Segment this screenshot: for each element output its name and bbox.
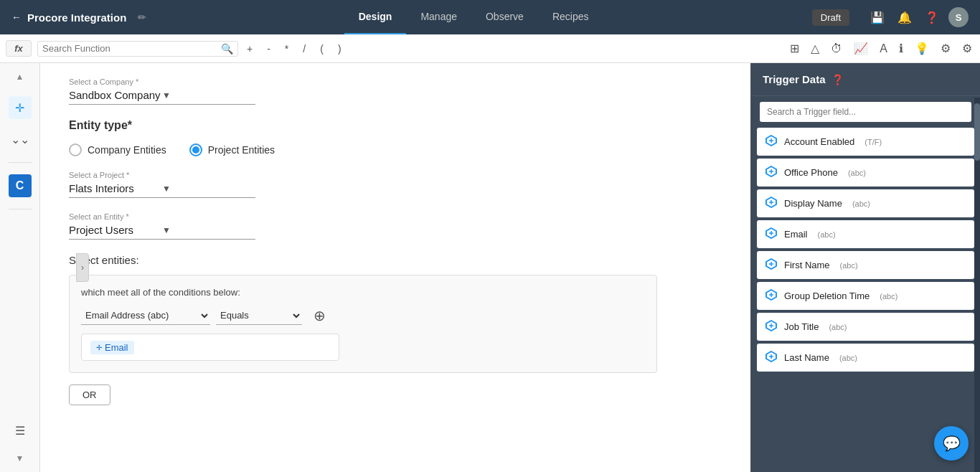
sidebar-icon-crosshair[interactable]: ✛ [9, 96, 32, 119]
trigger-item-name: Job Title [784, 321, 819, 332]
trigger-item-name: Email [784, 229, 808, 240]
filter-row: Email Address (abc) Equals ⊕ [81, 306, 645, 325]
trigger-item[interactable]: Email (abc) [757, 220, 974, 248]
help-button[interactable]: ❓ [921, 6, 943, 28]
or-button[interactable]: OR [69, 384, 110, 405]
tab-observe[interactable]: Observe [471, 0, 538, 34]
entity-chevron-icon: ▼ [162, 225, 255, 235]
main-layout: ▲ ✛ ⌄⌄ C ☰ ▼ › Select a Company * Sandbo… [0, 63, 980, 472]
project-label: Select a Project * [69, 171, 722, 179]
user-avatar[interactable]: S [948, 7, 969, 27]
op-open-paren[interactable]: ( [317, 42, 326, 56]
notifications-button[interactable]: 🔔 [894, 6, 915, 28]
company-dropdown[interactable]: Sandbox Company ▼ [69, 89, 255, 105]
edit-title-icon[interactable]: ✏ [138, 11, 146, 23]
line-chart-icon[interactable]: 📈 [852, 39, 870, 57]
trigger-item-type: (abc) [840, 261, 858, 270]
tab-manage[interactable]: Manage [406, 0, 471, 34]
fx-label: fx [6, 40, 32, 57]
trigger-item-name: Account Enabled [784, 136, 854, 147]
chart-icon[interactable]: △ [809, 39, 821, 57]
email-chip-area[interactable]: ✛ Email [81, 334, 339, 361]
project-value: Flats Interiors [69, 182, 162, 194]
trigger-item-type: (abc) [880, 292, 897, 301]
code-icon[interactable]: ⚙ [938, 39, 953, 57]
op-plus[interactable]: + [244, 42, 255, 56]
trigger-item[interactable]: Group Deletion Time (abc) [757, 282, 974, 310]
company-label: Select a Company * [69, 77, 722, 86]
sidebar-separator-2 [9, 209, 32, 209]
trigger-item-type: (abc) [848, 169, 866, 177]
back-button[interactable]: ← [11, 11, 22, 23]
trigger-item[interactable]: First Name (abc) [757, 251, 974, 279]
project-entities-radio-circle [189, 143, 202, 156]
trigger-item-icon [765, 289, 777, 303]
trigger-item-type: (abc) [818, 230, 836, 239]
company-entities-label: Company Entities [88, 144, 166, 156]
settings-icon[interactable]: ⚙ [960, 39, 974, 57]
chip-cross-icon: ✛ [96, 344, 102, 351]
chat-button[interactable]: 💬 [934, 426, 969, 461]
op-multiply[interactable]: * [282, 42, 291, 56]
trigger-search-wrap [760, 102, 971, 122]
search-function-input[interactable] [42, 43, 221, 54]
grid-icon[interactable]: ⊞ [788, 39, 801, 57]
company-value: Sandbox Company [69, 89, 162, 101]
project-dropdown[interactable]: Flats Interiors ▼ [69, 182, 255, 198]
search-icon: 🔍 [221, 43, 233, 55]
trigger-item[interactable]: Office Phone (abc) [757, 159, 974, 187]
op-divide[interactable]: / [300, 42, 308, 56]
filter-field-select[interactable]: Email Address (abc) [81, 306, 210, 325]
toolbar-icons: ⊞ △ ⏱ 📈 A ℹ 💡 ⚙ ⚙ [788, 39, 974, 57]
op-close-paren[interactable]: ) [335, 42, 344, 56]
company-entities-radio-circle [69, 143, 82, 156]
trigger-panel-help-icon[interactable]: ❓ [831, 74, 844, 85]
collapse-panel-button[interactable]: › [76, 253, 89, 282]
project-entities-radio[interactable]: Project Entities [189, 143, 275, 156]
entity-type-group: Entity type* Company Entities Project En… [69, 119, 722, 156]
scrollbar-thumb[interactable] [974, 103, 980, 161]
trigger-search-input[interactable] [760, 102, 971, 122]
trigger-item-type: (abc) [839, 354, 857, 362]
add-condition-button[interactable]: ⊕ [314, 307, 326, 324]
sidebar-icon-list[interactable]: ☰ [9, 419, 32, 442]
tab-recipes[interactable]: Recipes [538, 0, 603, 34]
tab-design[interactable]: Design [344, 0, 407, 34]
trigger-item[interactable]: Display Name (abc) [757, 189, 974, 217]
sidebar-icon-chevron[interactable]: ⌄⌄ [9, 128, 32, 151]
bulb-icon[interactable]: 💡 [913, 39, 931, 57]
trigger-item-icon [765, 351, 777, 364]
company-entities-radio[interactable]: Company Entities [69, 143, 166, 156]
email-chip-label: Email [105, 342, 128, 353]
text-icon[interactable]: A [877, 40, 890, 57]
trigger-item-icon [765, 166, 777, 179]
trigger-item-type: (T/F) [864, 138, 882, 146]
scroll-up-arrow[interactable]: ▲ [13, 69, 27, 85]
filter-operator-select[interactable]: Equals [216, 306, 302, 325]
formula-operators: + - * / ( ) [244, 42, 344, 56]
info-icon[interactable]: ℹ [897, 39, 905, 57]
clock-icon[interactable]: ⏱ [829, 40, 844, 57]
trigger-item-name: Last Name [784, 352, 829, 363]
op-minus[interactable]: - [264, 42, 273, 56]
trigger-item-name: Office Phone [784, 167, 838, 178]
scroll-down-arrow[interactable]: ▼ [13, 450, 27, 466]
company-chevron-icon: ▼ [162, 90, 255, 100]
trigger-item[interactable]: Job Title (abc) [757, 313, 974, 341]
sidebar-icon-c[interactable]: C [9, 174, 32, 197]
left-sidebar: ▲ ✛ ⌄⌄ C ☰ ▼ [0, 63, 40, 472]
trigger-item-name: Display Name [784, 198, 842, 209]
top-navigation: ← Procore Integration ✏ Design Manage Ob… [0, 0, 980, 34]
scrollbar-track [974, 98, 980, 472]
trigger-item[interactable]: Last Name (abc) [757, 344, 974, 372]
trigger-item-icon [765, 320, 777, 334]
trigger-item-name: First Name [784, 260, 830, 270]
trigger-list: Account Enabled (T/F) Office Phone (abc)… [751, 128, 980, 472]
save-button[interactable]: 💾 [867, 6, 888, 28]
select-entities-section: Select entities: which meet all of the c… [69, 254, 722, 405]
app-title: Procore Integration [27, 11, 126, 24]
trigger-item-icon [765, 135, 777, 148]
trigger-item-icon [765, 258, 777, 272]
entity-dropdown[interactable]: Project Users ▼ [69, 224, 255, 240]
trigger-item[interactable]: Account Enabled (T/F) [757, 128, 974, 156]
